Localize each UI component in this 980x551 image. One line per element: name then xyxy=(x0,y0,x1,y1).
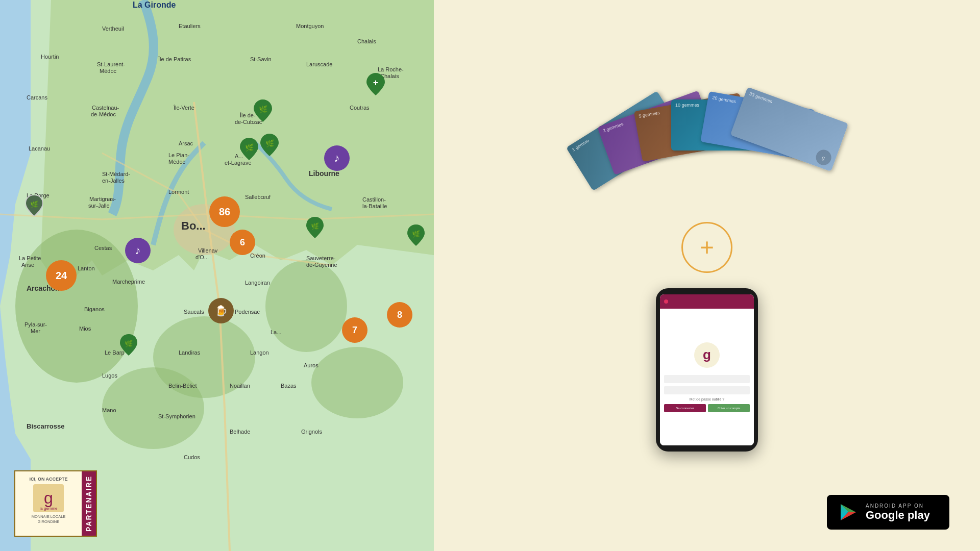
svg-text:La Petite: La Petite xyxy=(19,255,41,261)
svg-text:St-Médard-: St-Médard- xyxy=(102,171,130,177)
svg-text:g: g xyxy=(44,489,53,507)
svg-text:St-Laurent-: St-Laurent- xyxy=(97,61,125,67)
phone-mockup: g Mot de passe oublié ? Se connecter Cré… xyxy=(656,288,758,452)
phone-login-btn[interactable]: Se connecter xyxy=(664,404,706,412)
cluster-music-west[interactable]: ♪ xyxy=(125,238,151,263)
cluster-6[interactable]: 6 xyxy=(230,230,255,255)
google-play-icon xyxy=(838,502,859,522)
svg-text:Landiras: Landiras xyxy=(179,349,201,356)
plus-circle: + xyxy=(681,222,732,273)
google-play-text: ANDROID APP ON Google play xyxy=(866,503,930,522)
svg-text:+: + xyxy=(373,78,379,88)
cluster-beer[interactable]: 🍺 xyxy=(208,298,234,323)
svg-text:Pyla-sur-: Pyla-sur- xyxy=(24,321,47,328)
svg-text:La...: La... xyxy=(271,329,281,335)
svg-text:Cudos: Cudos xyxy=(184,454,200,460)
svg-text:Médoc: Médoc xyxy=(100,68,117,74)
pin-leaf-sw[interactable]: 🌿 xyxy=(120,334,137,358)
svg-text:Mer: Mer xyxy=(31,328,40,334)
svg-text:Mios: Mios xyxy=(79,325,91,332)
svg-text:St-Savin: St-Savin xyxy=(250,56,272,62)
svg-text:Martignas-: Martignas- xyxy=(89,196,116,202)
svg-text:Lormont: Lormont xyxy=(168,189,189,195)
cluster-music-libourne[interactable]: ♪ xyxy=(324,145,350,171)
svg-text:St-Symphorien: St-Symphorien xyxy=(158,413,195,419)
svg-text:🌿: 🌿 xyxy=(259,105,268,114)
svg-text:Langon: Langon xyxy=(250,349,269,356)
svg-text:Arsac: Arsac xyxy=(179,140,193,146)
svg-text:Bo...: Bo... xyxy=(181,219,206,232)
pin-leaf-cubzac[interactable]: 🌿 xyxy=(254,99,272,124)
pin-leaf-right2[interactable]: 🌿 xyxy=(407,224,425,248)
partner-badge: ICI, ON ACCEPTE g la gemme MONNAIE LOCAL… xyxy=(14,470,97,537)
cluster-86[interactable]: 86 xyxy=(209,196,240,227)
svg-text:🌿: 🌿 xyxy=(412,230,421,238)
svg-text:Anse: Anse xyxy=(21,262,34,268)
svg-text:Etauliers: Etauliers xyxy=(179,23,201,29)
svg-text:Grignols: Grignols xyxy=(301,429,322,435)
pin-leaf-coast[interactable]: 🌿 xyxy=(26,195,43,218)
svg-text:Médoc: Médoc xyxy=(168,159,186,165)
svg-point-1 xyxy=(15,230,138,383)
svg-text:Sallebœuf: Sallebœuf xyxy=(245,194,271,200)
app-logo: g xyxy=(694,342,720,368)
svg-text:La Gironde: La Gironde xyxy=(133,1,176,9)
svg-text:Belhade: Belhade xyxy=(230,429,250,435)
svg-text:g: g xyxy=(703,347,711,362)
cluster-7[interactable]: 7 xyxy=(342,317,368,343)
svg-text:de-Médoc: de-Médoc xyxy=(91,111,116,117)
svg-text:La Roche-: La Roche- xyxy=(378,66,404,72)
svg-text:Chalais: Chalais xyxy=(357,38,376,44)
svg-text:la-Bataille: la-Bataille xyxy=(362,203,387,209)
phone-register-btn[interactable]: Créer un compte xyxy=(708,404,750,412)
svg-point-5 xyxy=(102,367,204,449)
partenaire-text: PARTENAIRE xyxy=(85,475,93,532)
partner-badge-logo: ICI, ON ACCEPTE g la gemme MONNAIE LOCAL… xyxy=(15,471,82,536)
svg-text:Langoiran: Langoiran xyxy=(245,280,270,286)
svg-text:la gemme: la gemme xyxy=(39,506,58,511)
svg-text:Île-Verte: Île-Verte xyxy=(173,105,194,111)
svg-point-4 xyxy=(311,347,403,418)
pin-leaf-lagrave-2[interactable]: 🌿 xyxy=(260,134,279,158)
phone-login-field xyxy=(664,375,750,383)
svg-text:sur-Jalle: sur-Jalle xyxy=(88,203,110,209)
svg-text:Vertheuil: Vertheuil xyxy=(102,26,124,32)
svg-text:Île de Patiras: Île de Patiras xyxy=(158,56,191,62)
accepted-text: ICI, ON ACCEPTE xyxy=(29,477,67,482)
svg-text:Biscarrosse: Biscarrosse xyxy=(27,422,64,430)
svg-text:Belin-Béliet: Belin-Béliet xyxy=(168,383,197,389)
svg-text:🌿: 🌿 xyxy=(311,222,320,231)
google-play-label: Google play xyxy=(866,509,930,522)
svg-text:🌿: 🌿 xyxy=(265,139,275,148)
phone-password-field xyxy=(664,386,750,394)
svg-text:Castelnau-: Castelnau- xyxy=(92,105,119,111)
svg-text:Castillon-: Castillon- xyxy=(362,196,386,203)
svg-text:Mano: Mano xyxy=(102,407,116,413)
svg-text:Marcheprime: Marcheprime xyxy=(112,279,145,285)
cluster-8[interactable]: 8 xyxy=(387,302,412,328)
svg-text:Sauveterre-: Sauveterre- xyxy=(306,255,336,261)
pin-leaf-center[interactable]: 🌿 xyxy=(306,217,324,240)
svg-text:Biganos: Biganos xyxy=(84,306,105,312)
svg-text:🌿: 🌿 xyxy=(125,339,133,348)
svg-text:Lacanau: Lacanau xyxy=(29,145,50,152)
partenaire-strip: PARTENAIRE xyxy=(82,471,96,536)
pin-leaf-lagrave-1[interactable]: 🌿 xyxy=(240,138,258,162)
forgot-password-link: Mot de passe oublié ? xyxy=(690,397,725,401)
pin-plus-coutras[interactable]: + xyxy=(366,73,385,97)
svg-text:Carcans: Carcans xyxy=(27,94,47,101)
cluster-24[interactable]: 24 xyxy=(46,260,77,291)
svg-text:Cestas: Cestas xyxy=(94,245,112,251)
svg-text:Noaillan: Noaillan xyxy=(230,383,250,389)
google-play-badge[interactable]: ANDROID APP ON Google play xyxy=(827,495,949,530)
svg-text:en-Jalles: en-Jalles xyxy=(102,178,125,184)
plus-symbol: + xyxy=(700,235,714,260)
svg-text:Le Pian-: Le Pian- xyxy=(168,152,189,158)
banknote-6: 33 gemmes g xyxy=(730,87,849,171)
banknotes-display: 1 gemme g 2 gemmes g 5 gemmes g 10 gemme… xyxy=(579,89,835,212)
svg-text:Lanton: Lanton xyxy=(78,265,95,271)
svg-text:Lugos: Lugos xyxy=(102,372,117,379)
svg-text:d'O...: d'O... xyxy=(195,254,209,260)
svg-point-3 xyxy=(265,260,347,352)
svg-text:de-Guyenne: de-Guyenne xyxy=(306,262,337,268)
